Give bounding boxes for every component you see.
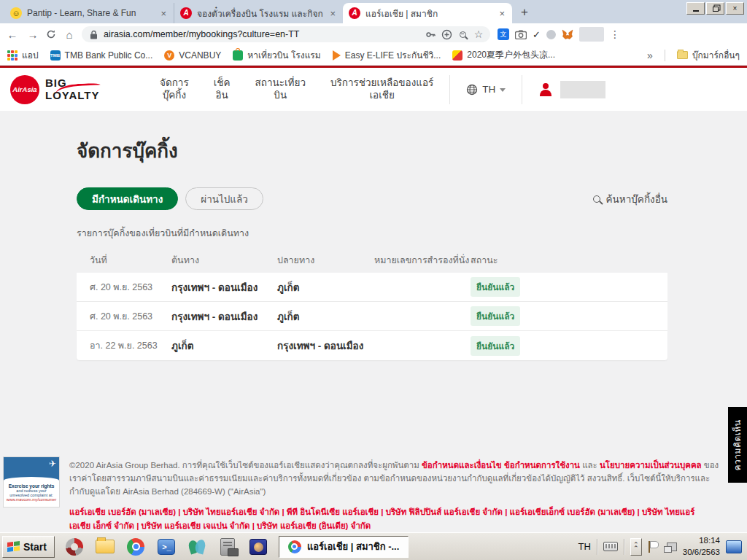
admin-tools-icon[interactable] bbox=[218, 537, 238, 556]
address-bar[interactable]: airasia.com/member/mybookings?culture=en… bbox=[82, 26, 490, 42]
language-code: TH bbox=[482, 84, 495, 95]
search-other-booking[interactable]: ค้นหาบุ๊คกิ้งอื่น bbox=[593, 191, 667, 207]
nav-manage-booking[interactable]: จัดการบุ๊คกิ้ง bbox=[160, 77, 189, 102]
nav-support[interactable]: บริการช่วยเหลือของแอร์เอเชีย bbox=[330, 77, 433, 102]
booking-row[interactable]: ศ. 20 พ.ย. 2563 กรุงเทพฯ - ดอนเมือง ภูเก… bbox=[77, 273, 667, 302]
bookmarks-bar: แอป TMB TMB Bank Public Co... V VCANBUY … bbox=[0, 45, 747, 66]
tab-close-icon[interactable]: × bbox=[159, 8, 168, 19]
redacted-profile-chip bbox=[579, 27, 604, 42]
navicat-icon[interactable] bbox=[187, 537, 207, 556]
tab-title: แอร์เอเชีย | สมาชิก bbox=[365, 7, 492, 20]
bookmark-flights-hotels[interactable]: หาเที่ยวบิน โรงแรม bbox=[233, 48, 320, 62]
active-task-button[interactable]: แอร์เอเชีย | สมาชิก -... bbox=[279, 536, 409, 558]
restore-button[interactable] bbox=[706, 2, 724, 15]
tray-language-indicator[interactable]: TH bbox=[578, 541, 590, 552]
privacy-link[interactable]: นโยบายความเป็นส่วนบุคคล bbox=[600, 461, 702, 470]
status-badge: ยืนยันแล้ว bbox=[471, 306, 520, 326]
url-text[interactable]: airasia.com/member/mybookings?culture=en… bbox=[104, 29, 420, 39]
booking-row[interactable]: ศ. 20 พ.ย. 2563 กรุงเทพฯ - ดอนเมือง ภูเก… bbox=[77, 302, 667, 331]
globe-icon bbox=[466, 84, 478, 96]
powershell-icon[interactable]: >_ bbox=[157, 537, 177, 556]
browser-tab-airasia-member[interactable]: A แอร์เอเชีย | สมาชิก × bbox=[343, 3, 512, 23]
tab-close-icon[interactable]: × bbox=[498, 8, 506, 19]
new-tab-button[interactable]: + bbox=[515, 3, 534, 22]
feedback-tab[interactable]: ความคิดเห็น bbox=[728, 407, 747, 483]
browser-tab-airasia-home[interactable]: A จองตั๋วเครื่องบิน โรงแรม และกิจกรรมต่ … bbox=[174, 3, 343, 23]
bookmark-apps[interactable]: แอป bbox=[7, 48, 39, 62]
network-icon[interactable] bbox=[664, 541, 677, 553]
bookmark-vcanbuy[interactable]: V VCANBUY bbox=[164, 50, 221, 61]
airasia-favicon: A bbox=[180, 7, 192, 19]
tab-close-icon[interactable]: × bbox=[328, 8, 337, 19]
booking-table: วันที่ ต้นทาง ปลายทาง หมายเลขการสำรองที่… bbox=[77, 248, 667, 360]
browser-menu-icon[interactable]: ⋮ bbox=[610, 28, 620, 40]
pantip-favicon: ☺ bbox=[10, 7, 22, 19]
nav-flight-status[interactable]: สถานะเที่ยวบิน bbox=[255, 77, 306, 102]
bookmark-easy-elife[interactable]: Easy E-LIFE ประกันชีวิ... bbox=[333, 48, 441, 62]
home-icon[interactable]: ⌂ bbox=[61, 28, 77, 41]
quick-launch: >_ bbox=[59, 537, 274, 556]
install-plus-icon[interactable] bbox=[441, 28, 452, 40]
site-header: AirAsia BIGLOYALTY จัดการบุ๊คกิ้ง เช็คอิ… bbox=[0, 66, 747, 111]
tab-title: Pantip - Learn, Share & Fun bbox=[27, 8, 154, 18]
action-center-flag-icon[interactable] bbox=[648, 540, 658, 553]
bookmarks-overflow-icon[interactable]: » bbox=[647, 50, 653, 61]
chrome-icon[interactable] bbox=[126, 537, 146, 556]
gray-ball-extension-icon[interactable] bbox=[546, 30, 556, 39]
show-hidden-icons-button[interactable]: ⌃⌃ bbox=[630, 538, 642, 556]
bookmark-chinese-item[interactable]: 2020夏季户外包头凉... bbox=[452, 49, 555, 61]
terms-of-use-link[interactable]: ข้อกำหนดการใช้งาน bbox=[504, 461, 580, 470]
window-controls: × bbox=[686, 2, 744, 15]
close-button[interactable]: × bbox=[726, 2, 744, 15]
booking-destination: ภูเก็ต bbox=[277, 308, 374, 324]
taskbar: Start >_ แอร์เอเชีย | สมาชิก -... TH ⌃⌃ … bbox=[0, 532, 747, 560]
saved-password-key-icon[interactable] bbox=[425, 28, 436, 40]
back-icon[interactable]: ← bbox=[4, 28, 20, 41]
language-selector[interactable]: TH bbox=[466, 84, 506, 96]
check-extension-icon[interactable]: ✓ bbox=[533, 29, 541, 40]
terms-link[interactable]: ข้อกำหนดและเงื่อนไข bbox=[422, 461, 502, 470]
browser-toolbar: ← → ⌂ airasia.com/member/mybookings?cult… bbox=[0, 23, 747, 45]
filter-past-button[interactable]: ผ่านไปแล้ว bbox=[185, 187, 263, 210]
vcanbuy-icon: V bbox=[164, 50, 174, 61]
metamask-fox-icon[interactable] bbox=[562, 28, 573, 40]
file-explorer-icon[interactable] bbox=[96, 537, 115, 556]
big-loyalty-wordmark: BIGLOYALTY bbox=[45, 77, 100, 101]
mavcom-banner[interactable]: Exercise your rights and redress your un… bbox=[3, 456, 60, 508]
donut-app-icon[interactable] bbox=[65, 537, 85, 556]
chevron-down-icon bbox=[500, 88, 506, 92]
airline-links[interactable]: แอร์เอเชีย เบอร์ฮัด (มาเลเซีย) | บริษัท … bbox=[69, 505, 711, 532]
col-booking-number: หมายเลขการสำรองที่นั่ง bbox=[374, 253, 471, 268]
page-footer: Exercise your rights and redress your un… bbox=[0, 459, 747, 532]
translate-icon[interactable]: 文 bbox=[498, 28, 509, 40]
start-button[interactable]: Start bbox=[2, 536, 55, 558]
photo-viewer-icon[interactable] bbox=[249, 537, 268, 556]
reload-icon[interactable] bbox=[45, 28, 57, 40]
browser-tab-pantip[interactable]: ☺ Pantip - Learn, Share & Fun × bbox=[4, 3, 174, 23]
forward-icon[interactable]: → bbox=[25, 28, 41, 41]
keyboard-layout-icon[interactable] bbox=[603, 542, 618, 551]
tray-clock[interactable]: 18:14 30/6/2563 bbox=[683, 535, 720, 558]
header-divider bbox=[522, 75, 522, 104]
account-menu[interactable] bbox=[538, 81, 605, 98]
padlock-icon[interactable] bbox=[88, 28, 99, 40]
booking-date: ศ. 20 พ.ย. 2563 bbox=[77, 309, 171, 324]
filter-upcoming-button[interactable]: มีกำหนดเดินทาง bbox=[77, 187, 178, 210]
booking-row[interactable]: อา. 22 พ.ย. 2563 ภูเก็ต กรุงเทพฯ - ดอนเม… bbox=[77, 331, 667, 360]
show-desktop-button[interactable] bbox=[726, 540, 742, 553]
minimize-button[interactable] bbox=[686, 2, 705, 15]
other-bookmarks-folder[interactable]: บุ๊กมาร์กอื่นๆ bbox=[677, 48, 740, 62]
zoom-out-icon[interactable] bbox=[457, 28, 468, 40]
folder-icon bbox=[677, 51, 688, 59]
airasia-big-loyalty-logo[interactable]: AirAsia BIGLOYALTY bbox=[10, 75, 138, 104]
airasia-favicon: A bbox=[349, 7, 360, 19]
booking-origin: ภูเก็ต bbox=[171, 338, 277, 354]
bookmark-tmb[interactable]: TMB TMB Bank Public Co... bbox=[50, 50, 153, 61]
legal-text: ©2020 AirAsia Group Berhad. การที่คุณใช้… bbox=[69, 459, 727, 498]
camera-extension-icon[interactable] bbox=[515, 28, 527, 40]
bookmarks-separator bbox=[665, 50, 665, 61]
booking-destination: ภูเก็ต bbox=[277, 279, 374, 295]
header-divider bbox=[449, 75, 450, 104]
bookmark-star-icon[interactable]: ☆ bbox=[473, 28, 484, 40]
nav-check-in[interactable]: เช็คอิน bbox=[214, 77, 231, 102]
